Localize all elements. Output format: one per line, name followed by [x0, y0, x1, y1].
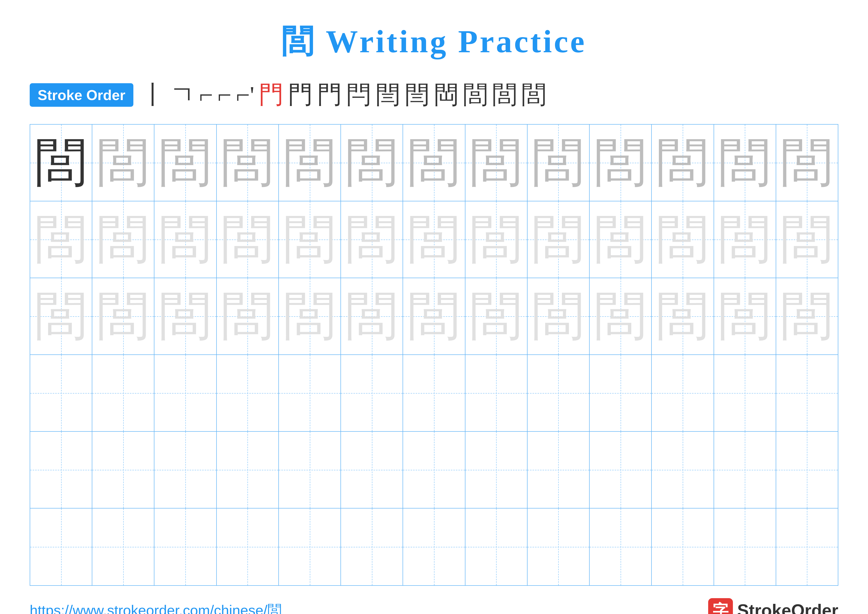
cell-5-3[interactable] [154, 432, 217, 508]
stroke-12: 閊 [434, 78, 459, 112]
cell-2-1[interactable]: 閭 [30, 201, 92, 278]
stroke-13: 閭 [463, 78, 488, 112]
cell-3-8[interactable]: 閭 [465, 278, 527, 354]
cell-6-11[interactable] [652, 508, 714, 585]
cell-6-1[interactable] [30, 508, 92, 585]
cell-6-13[interactable] [776, 508, 838, 585]
footer: https://www.strokeorder.com/chinese/閭 字 … [30, 598, 838, 614]
cell-1-12[interactable]: 閭 [714, 124, 776, 201]
cell-1-1[interactable]: 閭 [30, 124, 92, 201]
cell-3-1[interactable]: 閭 [30, 278, 92, 354]
cell-4-9[interactable] [527, 355, 590, 431]
cell-5-2[interactable] [92, 432, 154, 508]
cell-3-4[interactable]: 閭 [217, 278, 279, 354]
char-light: 閭 [35, 281, 87, 351]
cell-1-3[interactable]: 閭 [154, 124, 217, 201]
cell-4-3[interactable] [154, 355, 217, 431]
cell-4-2[interactable] [92, 355, 154, 431]
cell-3-5[interactable]: 閭 [279, 278, 341, 354]
cell-5-9[interactable] [527, 432, 590, 508]
cell-4-1[interactable] [30, 355, 92, 431]
cell-4-12[interactable] [714, 355, 776, 431]
cell-2-9[interactable]: 閭 [527, 201, 590, 278]
cell-4-5[interactable] [279, 355, 341, 431]
cell-3-6[interactable]: 閭 [341, 278, 403, 354]
cell-1-8[interactable]: 閭 [465, 124, 527, 201]
cell-4-11[interactable] [652, 355, 714, 431]
cell-2-7[interactable]: 閭 [403, 201, 465, 278]
cell-3-7[interactable]: 閭 [403, 278, 465, 354]
cell-2-12[interactable]: 閭 [714, 201, 776, 278]
cell-4-7[interactable] [403, 355, 465, 431]
char-light: 閭 [657, 281, 708, 351]
char-light: 閭 [160, 281, 211, 351]
cell-3-10[interactable]: 閭 [590, 278, 652, 354]
cell-1-10[interactable]: 閭 [590, 124, 652, 201]
cell-3-13[interactable]: 閭 [776, 278, 838, 354]
page: 閭 Writing Practice Stroke Order 丨 ㄱ ⌐ ⌐ … [0, 0, 868, 614]
cell-6-8[interactable] [465, 508, 527, 585]
cell-3-12[interactable]: 閭 [714, 278, 776, 354]
cell-4-13[interactable] [776, 355, 838, 431]
cell-3-9[interactable]: 閭 [527, 278, 590, 354]
cell-1-5[interactable]: 閭 [279, 124, 341, 201]
cell-1-7[interactable]: 閭 [403, 124, 465, 201]
cell-5-5[interactable] [279, 432, 341, 508]
cell-6-6[interactable] [341, 508, 403, 585]
cell-2-3[interactable]: 閭 [154, 201, 217, 278]
cell-5-8[interactable] [465, 432, 527, 508]
cell-1-13[interactable]: 閭 [776, 124, 838, 201]
cell-6-12[interactable] [714, 508, 776, 585]
cell-5-4[interactable] [217, 432, 279, 508]
grid-row-6 [30, 508, 838, 585]
cell-2-10[interactable]: 閭 [590, 201, 652, 278]
cell-6-7[interactable] [403, 508, 465, 585]
char-medium: 閭 [408, 128, 460, 198]
grid-row-4 [30, 355, 838, 432]
cell-2-6[interactable]: 閭 [341, 201, 403, 278]
cell-5-1[interactable] [30, 432, 92, 508]
cell-5-11[interactable] [652, 432, 714, 508]
cell-6-10[interactable] [590, 508, 652, 585]
char-medium: 閭 [284, 128, 336, 198]
cell-2-8[interactable]: 閭 [465, 201, 527, 278]
cell-5-13[interactable] [776, 432, 838, 508]
char-medium: 閭 [346, 128, 398, 198]
cell-2-4[interactable]: 閭 [217, 201, 279, 278]
cell-2-11[interactable]: 閭 [652, 201, 714, 278]
cell-2-13[interactable]: 閭 [776, 201, 838, 278]
cell-6-4[interactable] [217, 508, 279, 585]
stroke-6: 門 [259, 78, 284, 112]
stroke-3: ⌐ [199, 81, 213, 109]
cell-3-11[interactable]: 閭 [652, 278, 714, 354]
cell-1-4[interactable]: 閭 [217, 124, 279, 201]
cell-2-2[interactable]: 閭 [92, 201, 154, 278]
cell-5-6[interactable] [341, 432, 403, 508]
cell-3-2[interactable]: 閭 [92, 278, 154, 354]
cell-3-3[interactable]: 閭 [154, 278, 217, 354]
cell-4-10[interactable] [590, 355, 652, 431]
cell-6-9[interactable] [527, 508, 590, 585]
cell-5-12[interactable] [714, 432, 776, 508]
cell-4-8[interactable] [465, 355, 527, 431]
logo-text: StrokeOrder [737, 601, 838, 614]
cell-1-11[interactable]: 閭 [652, 124, 714, 201]
cell-4-6[interactable] [341, 355, 403, 431]
cell-6-2[interactable] [92, 508, 154, 585]
cell-1-9[interactable]: 閭 [527, 124, 590, 201]
char-light: 閭 [346, 205, 398, 275]
cell-2-5[interactable]: 閭 [279, 201, 341, 278]
cell-4-4[interactable] [217, 355, 279, 431]
char-medium: 閭 [719, 128, 771, 198]
cell-1-2[interactable]: 閭 [92, 124, 154, 201]
cell-5-10[interactable] [590, 432, 652, 508]
cell-5-7[interactable] [403, 432, 465, 508]
cell-6-3[interactable] [154, 508, 217, 585]
char-light: 閭 [408, 281, 460, 351]
char-light: 閭 [346, 281, 398, 351]
footer-url[interactable]: https://www.strokeorder.com/chinese/閭 [30, 601, 282, 614]
cell-1-6[interactable]: 閭 [341, 124, 403, 201]
stroke-order-badge[interactable]: Stroke Order [30, 83, 133, 107]
stroke-10: 閆 [376, 78, 400, 112]
cell-6-5[interactable] [279, 508, 341, 585]
